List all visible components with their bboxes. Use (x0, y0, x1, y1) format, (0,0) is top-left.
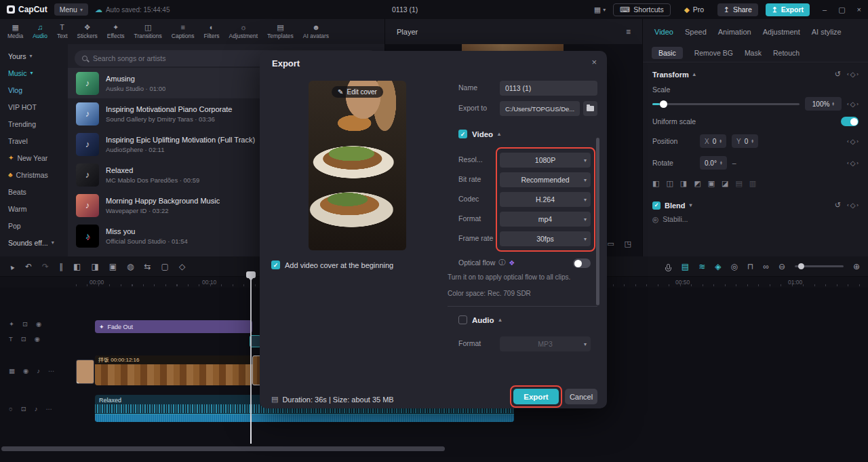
fullscreen-icon[interactable]: ◳ (625, 239, 631, 248)
name-input[interactable]: 0113 (1) (500, 81, 597, 96)
position-keyframe-control[interactable]: ‹◇› (847, 138, 859, 145)
delete-right-icon[interactable]: ◨ (91, 262, 98, 271)
video-clip[interactable]: 拌饭 00:00:12:16 (95, 355, 252, 385)
select-tool-icon[interactable]: ▲ (8, 262, 15, 271)
blend-keyframe-control[interactable]: ‹◇› (847, 201, 859, 209)
align-top-icon[interactable]: ◩ (694, 179, 701, 188)
uniform-scale-toggle[interactable] (841, 117, 859, 126)
cover-clip-thumbnail[interactable] (76, 360, 94, 384)
sidebar-section-music[interactable]: Music▾ (0, 64, 68, 81)
tab-transitions[interactable]: ◫Transitions (130, 19, 167, 44)
timeline-zoom-slider[interactable] (795, 265, 844, 267)
record-voiceover-icon[interactable] (667, 264, 670, 269)
tab-filters[interactable]: ◐Filters (199, 19, 224, 44)
zoom-in-icon[interactable]: ⊕ (853, 262, 860, 271)
align-bottom-icon[interactable]: ◪ (722, 179, 728, 188)
info-icon[interactable]: ⓘ (498, 258, 505, 267)
mute-icon[interactable]: ♪ (35, 405, 38, 412)
tab-text[interactable]: TText (52, 19, 73, 44)
tab-audio[interactable]: ♫Audio (28, 19, 52, 44)
lock-icon[interactable]: ⊡ (22, 320, 28, 328)
framerate-dropdown[interactable]: 30fps▾ (500, 231, 591, 246)
sidebar-section-yours[interactable]: Yours▾ (0, 47, 68, 64)
scale-slider-knob[interactable] (660, 100, 667, 108)
aspect-ratio-icon[interactable]: ▭ (607, 239, 614, 248)
audio-format-dropdown[interactable]: MP3▾ (500, 336, 591, 351)
tab-captions[interactable]: ≡Captions (167, 19, 199, 44)
close-icon[interactable]: × (591, 57, 597, 67)
tab-stickers[interactable]: ❖Stickers (73, 19, 102, 44)
align-right-icon[interactable]: ◨ (680, 179, 687, 188)
layout-switch-button[interactable]: ▦▾ (594, 5, 606, 14)
delete-icon[interactable]: ▣ (109, 262, 117, 271)
redo-icon[interactable]: ↷ (42, 262, 49, 271)
more-icon[interactable]: ⋯ (48, 367, 55, 374)
denoise-icon[interactable]: ◈ (715, 262, 721, 271)
mirror-icon[interactable]: ⇆ (144, 262, 151, 271)
export-confirm-button[interactable]: Export (513, 389, 559, 404)
chevron-up-icon[interactable]: ▴ (499, 317, 502, 323)
distribute-v-icon[interactable]: ▥ (749, 179, 756, 188)
bitrate-dropdown[interactable]: Recommended▾ (500, 172, 591, 187)
sidebar-item-new-year[interactable]: ✦New Year (0, 149, 68, 166)
sidebar-item-christmas[interactable]: ♣Christmas (0, 166, 68, 183)
subtab-basic[interactable]: Basic (652, 47, 683, 59)
delete-left-icon[interactable]: ◧ (73, 262, 81, 271)
text-to-speech-icon[interactable]: ≋ (698, 262, 705, 271)
video-section-checkbox[interactable]: ✓ (458, 130, 467, 138)
align-middle-icon[interactable]: ▣ (708, 179, 715, 188)
chevron-up-icon[interactable]: ▴ (498, 131, 500, 137)
tab-media[interactable]: ▦Media (3, 19, 28, 44)
tab-video-props[interactable]: Video (654, 28, 673, 36)
stepper-arrows[interactable]: ▴▾ (832, 102, 834, 106)
crop-icon[interactable]: ▢ (161, 262, 169, 271)
lock-icon[interactable]: ⊡ (21, 405, 26, 412)
tab-ai-stylize[interactable]: AI stylize (812, 28, 842, 36)
mask-tool-icon[interactable]: ◍ (127, 262, 134, 271)
titlebar-export-button[interactable]: ↥Export (766, 3, 810, 16)
subtab-mask[interactable]: Mask (745, 49, 762, 57)
share-button[interactable]: ↥Share (717, 3, 758, 16)
undo-icon[interactable]: ↶ (25, 262, 32, 271)
tab-speed[interactable]: Speed (685, 28, 707, 36)
eye-icon[interactable]: ◉ (35, 335, 40, 343)
maximize-button[interactable]: ▢ (838, 5, 845, 14)
shortcuts-button[interactable]: ⌨Shortcuts (613, 3, 671, 16)
zoom-slider-knob[interactable] (798, 263, 804, 269)
playhead-handle[interactable] (246, 271, 256, 278)
sidebar-item-vip-hot[interactable]: VIP HOT (0, 98, 68, 115)
lock-icon[interactable]: ⊡ (21, 335, 26, 343)
align-center-h-icon[interactable]: ◫ (666, 179, 673, 188)
fade-out-effect-clip[interactable]: ✦ Fade Out (95, 320, 252, 333)
zoom-out-icon[interactable]: ⊖ (778, 262, 785, 271)
player-menu-icon[interactable]: ≡ (626, 27, 631, 37)
tab-effects[interactable]: ✦Effects (102, 19, 130, 44)
sidebar-item-vlog[interactable]: Vlog (0, 81, 68, 98)
tab-ai-avatars[interactable]: ☻AI avatars (298, 19, 334, 44)
keyframe-control[interactable]: ‹◇› (847, 71, 859, 78)
chevron-up-icon[interactable]: ▴ (693, 71, 696, 77)
scale-keyframe-control[interactable]: ‹◇› (847, 100, 859, 108)
autocue-icon[interactable]: ▤ (682, 262, 689, 271)
add-cover-checkbox[interactable]: ✓ (271, 261, 280, 269)
transition-tool-icon[interactable]: ◇ (179, 262, 185, 271)
format-dropdown[interactable]: mp4▾ (500, 212, 591, 227)
edit-cover-button[interactable]: ✎ Edit cover (332, 86, 383, 98)
resolution-dropdown[interactable]: 1080P▾ (500, 153, 591, 168)
tab-adjustment-props[interactable]: Adjustment (763, 28, 800, 36)
playhead-line[interactable] (250, 273, 252, 444)
sidebar-item-travel[interactable]: Travel (0, 132, 68, 149)
codec-dropdown[interactable]: H.264▾ (500, 192, 591, 207)
chevron-down-icon[interactable]: ▾ (690, 202, 692, 208)
mute-icon[interactable]: ♪ (37, 367, 40, 374)
tab-animation[interactable]: Animation (718, 28, 751, 36)
tab-adjustment[interactable]: ☼Adjustment (224, 19, 263, 44)
menu-button[interactable]: Menu▾ (54, 3, 88, 16)
align-left-icon[interactable]: ◧ (652, 179, 659, 188)
sidebar-item-beats[interactable]: Beats (0, 183, 68, 200)
link-clips-icon[interactable]: ∞ (763, 262, 769, 271)
cancel-button[interactable]: Cancel (565, 389, 597, 404)
browse-folder-button[interactable] (583, 101, 597, 116)
timeline-horizontal-scrollbar[interactable] (1, 446, 445, 451)
close-window-button[interactable]: × (857, 5, 861, 14)
